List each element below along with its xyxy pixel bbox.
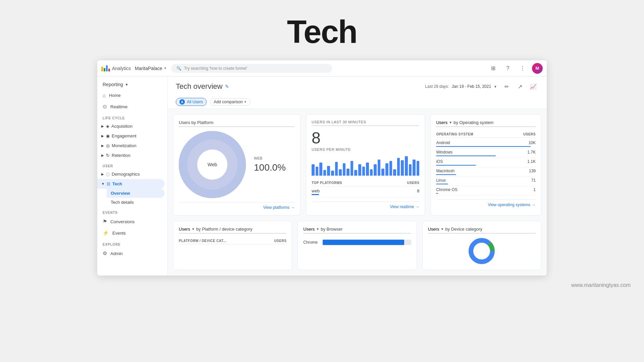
- bar-chart-bar: [378, 160, 381, 176]
- expand-icon-acquisition: ▶: [101, 124, 104, 128]
- sidebar: Reporting ▼ ⌂ Home ⊙ Realtime LIFE CYCLE…: [97, 76, 168, 276]
- nav-actions: ⊞ ? ⋮ M: [488, 63, 543, 74]
- help-icon-btn[interactable]: ?: [502, 63, 513, 74]
- os-data-row: Macintosh 139: [436, 167, 536, 177]
- pd-card-subtitle: by Platform / device category: [196, 227, 253, 232]
- sidebar-group-demographics[interactable]: ▶ ◌ Demographics: [97, 169, 167, 179]
- expand-icon-monetization: ▶: [101, 144, 104, 147]
- os-row-top: Chrome OS 1: [436, 187, 536, 192]
- sidebar-child-overview[interactable]: Overview: [107, 189, 165, 198]
- engagement-icon: ◉: [106, 133, 110, 138]
- os-card: Users ▼ by Operating system OPERATING SY…: [430, 114, 541, 216]
- user-avatar[interactable]: M: [532, 63, 543, 74]
- events-section-label: EVENTS: [97, 207, 167, 216]
- bar-chart-bar: [374, 164, 377, 176]
- property-selector[interactable]: MaritaPalace ▼: [135, 66, 167, 71]
- os-dropdown-arrow[interactable]: ▼: [449, 121, 452, 124]
- sidebar-item-conversions[interactable]: ⚑ Conversions: [97, 216, 165, 227]
- os-users-col-label: USERS: [523, 132, 536, 136]
- realtime-per-minute-label: USERS PER MINUTE: [312, 147, 419, 152]
- sidebar-item-admin[interactable]: ⚙ Admin: [97, 248, 165, 259]
- os-row-bar: [436, 146, 531, 147]
- sidebar-group-engagement[interactable]: ▶ ◉ Engagement: [97, 131, 167, 141]
- edit-icon[interactable]: ✎: [225, 84, 229, 89]
- content-header: Tech overview ✎ Last 28 days: Jan 19 - F…: [168, 76, 547, 109]
- donut-center-label: Web: [208, 162, 217, 167]
- bar-chart-bar: [409, 164, 412, 176]
- logo-bar-2: [104, 68, 105, 71]
- platform-card-inner: Web WEB 100.0%: [179, 131, 295, 198]
- share-icon-btn[interactable]: ↗: [515, 81, 525, 92]
- logo-bar-3: [106, 65, 108, 71]
- bar-chart-bar: [401, 160, 404, 176]
- search-bar[interactable]: 🔍 Try searching 'how to create funnel': [171, 64, 332, 73]
- os-row-bar: [436, 184, 448, 184]
- analytics-logo: Analytics: [101, 65, 131, 71]
- compare-icon-btn[interactable]: 📈: [528, 81, 539, 92]
- browser-card: Users ▼ by Browser Chrome: [298, 221, 417, 270]
- filter-row: A All Users Add comparison +: [176, 95, 539, 109]
- browser-bar-row: Chrome: [303, 238, 411, 247]
- sidebar-reporting-btn[interactable]: Reporting ▼: [97, 79, 167, 90]
- os-row-value: 1.1K: [527, 159, 536, 164]
- grid-icon-btn[interactable]: ⊞: [488, 63, 498, 74]
- bar-chart-bar: [312, 164, 315, 176]
- all-users-chip[interactable]: A All Users: [176, 98, 207, 106]
- web-pct: 100.0%: [254, 162, 286, 173]
- dots-icon-btn[interactable]: ⋮: [517, 63, 528, 74]
- property-name: MaritaPalace: [135, 66, 162, 71]
- view-platforms-link[interactable]: View platforms →: [263, 205, 295, 210]
- view-realtime-link[interactable]: View realtime →: [390, 204, 420, 209]
- demographics-label: Demographics: [112, 172, 140, 177]
- logo-bar-4: [108, 69, 110, 71]
- bar-chart-bar: [327, 166, 330, 176]
- bar-chart-bar: [417, 161, 420, 176]
- pd-dropdown-arrow[interactable]: ▼: [192, 227, 195, 231]
- os-row-value: 10K: [529, 140, 536, 145]
- sidebar-item-home[interactable]: ⌂ Home: [97, 90, 165, 101]
- realtime-subtitle-line: [312, 125, 419, 126]
- hero-title-area: Tech: [0, 0, 644, 60]
- sidebar-group-retention[interactable]: ▶ ↻ Retention: [97, 150, 167, 160]
- browser-dropdown-arrow[interactable]: ▼: [316, 227, 319, 231]
- customize-icon-btn[interactable]: ✏: [501, 81, 512, 92]
- bar-chart-bar: [339, 169, 342, 176]
- admin-icon: ⚙: [103, 250, 107, 256]
- bar-chart-bar: [351, 161, 354, 176]
- bar-chart-bar: [335, 162, 338, 176]
- rt-bar: [312, 194, 319, 195]
- date-value[interactable]: Jan 19 - Feb 15, 2021: [452, 84, 491, 89]
- sidebar-group-monetization[interactable]: ▶ ◎ Monetization: [97, 141, 167, 150]
- sidebar-item-events[interactable]: ⚡ Events: [97, 227, 165, 239]
- sidebar-child-tech-details[interactable]: Tech details: [107, 198, 165, 207]
- os-row-value: 139: [529, 169, 536, 173]
- lifecycle-section-label: LIFE CYCLE: [97, 112, 167, 121]
- retention-label: Retention: [112, 153, 130, 158]
- bar-chart-bar: [316, 167, 319, 176]
- view-os-link[interactable]: View operating systems →: [488, 202, 536, 207]
- device-donut-svg: [468, 238, 495, 264]
- browser-card-title: Users: [303, 227, 315, 232]
- add-comparison-btn[interactable]: Add comparison +: [210, 98, 250, 106]
- demographics-icon: ◌: [106, 172, 110, 177]
- sidebar-item-realtime[interactable]: ⊙ Realtime: [97, 101, 165, 112]
- sidebar-group-tech[interactable]: ▼ ⊟ Tech: [97, 179, 165, 189]
- bar-chart-bar: [405, 156, 408, 176]
- arrow-icon-3: →: [532, 202, 536, 207]
- bar-chart-bar: [385, 163, 388, 176]
- web-label: WEB: [254, 156, 286, 160]
- monetization-label: Monetization: [112, 143, 137, 148]
- os-data-row: iOS 1.1K: [436, 158, 536, 167]
- platform-donut: Web: [179, 131, 246, 198]
- pd-col1-label: PLATFORM / DEVICE CAT...: [179, 239, 226, 243]
- sidebar-group-acquisition[interactable]: ▶ ◈ Acquisition: [97, 121, 167, 131]
- device-dropdown-arrow[interactable]: ▼: [441, 227, 444, 231]
- os-col-label: OPERATING SYSTEM: [436, 132, 473, 136]
- bar-chart-bar: [331, 171, 334, 176]
- pd-subtitle-line: [179, 233, 286, 234]
- bar-chart-bar: [413, 160, 416, 176]
- bar-chart-bar: [397, 158, 400, 176]
- browser-bar-fill: [323, 240, 404, 245]
- browser-name: Chrome: [303, 240, 320, 245]
- browser-card-subtitle: by Browser: [321, 227, 342, 232]
